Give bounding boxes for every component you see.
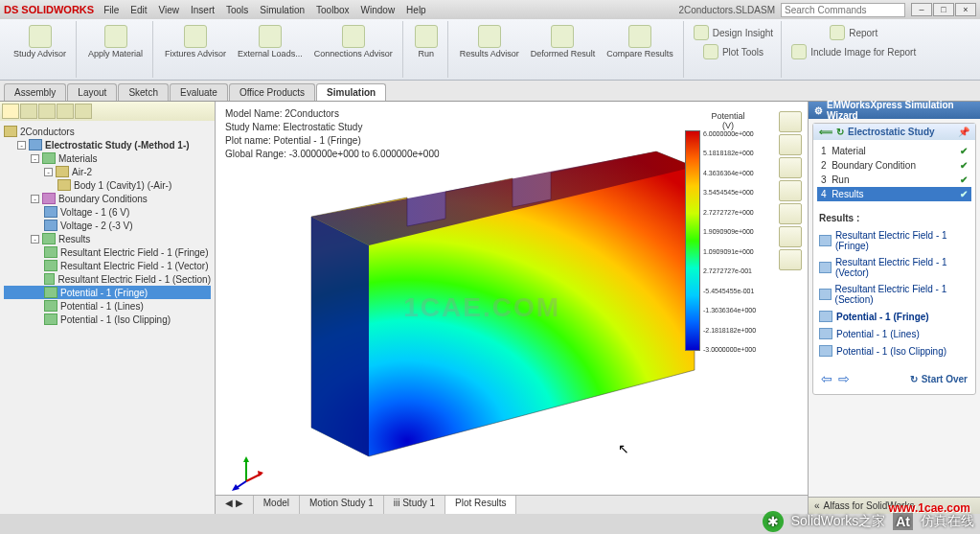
tree-tab-1[interactable] [2,104,19,119]
strip-btn-4[interactable] [779,180,802,201]
include-image-button[interactable]: Include Image for Report [789,42,918,61]
orientation-triad[interactable] [227,453,265,491]
fixtures-advisor-button[interactable]: Fixtures Advisor [161,23,230,61]
refresh-icon: ↻ [910,374,918,384]
strip-btn-6[interactable] [779,226,802,247]
tree-tab-4[interactable] [57,104,74,119]
forward-arrow-icon[interactable]: ↻ [836,127,844,137]
menu-simulation[interactable]: Simulation [260,5,305,15]
compare-results-button[interactable]: Compare Results [603,23,677,61]
view-tab-motion[interactable]: Motion Study 1 [300,496,384,514]
apply-material-button[interactable]: Apply Material [84,23,147,61]
nav-prev-icon[interactable]: ⇦ [821,371,832,386]
pin-icon[interactable]: 📌 [958,127,969,137]
tree-study[interactable]: -Electrostatic Study (-Method 1-) [4,138,211,151]
result-link-efield-section[interactable]: Resultant Electric Field - 1 (Section) [819,281,969,308]
wizard-nav: ⇦ ⇨ ↻Start Over [813,363,975,394]
strip-btn-1[interactable] [779,111,802,132]
external-loads-button[interactable]: External Loads... [234,23,307,61]
tree-r6[interactable]: Potential - 1 (Iso Clipping) [4,313,211,326]
tree-boundary[interactable]: -Boundary Conditions [4,192,211,205]
tab-office-products[interactable]: Office Products [229,83,315,101]
menubar: File Edit View Insert Tools Simulation T… [103,5,426,15]
view-tab-study[interactable]: iii Study 1 [384,496,445,514]
viewport-toolstrip [779,111,804,270]
strip-btn-2[interactable] [779,134,802,155]
menu-view[interactable]: View [158,5,179,15]
view-tab-model[interactable]: Model [254,496,300,514]
tree-tab-2[interactable] [20,104,37,119]
strip-btn-3[interactable] [779,157,802,178]
deformed-result-button[interactable]: Deformed Result [527,23,600,61]
tree-results[interactable]: -Results [4,232,211,245]
tree-root[interactable]: 2Conductors [4,125,211,138]
results-advisor-button[interactable]: Results Advisor [456,23,523,61]
wizard-title: ⚙EMWorksXpress Simulation Wizard [809,102,980,119]
cursor-icon: ↖ [618,441,629,456]
wizard-step-run[interactable]: 3 Run✔ [817,173,971,187]
tree-tab-5[interactable] [75,104,92,119]
command-tabs: Assembly Layout Sketch Evaluate Office P… [0,81,980,102]
wizard-step-results[interactable]: 4 Results✔ [817,187,971,201]
result-link-potential-iso[interactable]: Potential - 1 (Iso Clipping) [819,342,969,360]
menu-edit[interactable]: Edit [130,5,147,15]
feature-tree[interactable]: 2Conductors -Electrostatic Study (-Metho… [0,121,215,514]
nav-next-icon[interactable]: ⇨ [838,371,850,386]
tree-tabs [0,102,215,121]
tab-evaluate[interactable]: Evaluate [170,83,228,101]
tree-voltage2[interactable]: Voltage - 2 (-3 V) [4,219,211,232]
tree-voltage1[interactable]: Voltage - 1 (6 V) [4,205,211,219]
start-over-button[interactable]: ↻Start Over [910,374,968,384]
wizard-step-material[interactable]: 1 Material✔ [817,144,971,158]
strip-btn-5[interactable] [779,203,802,224]
result-link-efield-vector[interactable]: Resultant Electric Field - 1 (Vector) [819,254,969,281]
tree-r4-selected[interactable]: Potential - 1 (Fringe) [4,286,211,299]
connections-advisor-button[interactable]: Connections Advisor [310,23,397,61]
back-arrow-icon[interactable]: ⟸ [819,127,832,137]
menu-insert[interactable]: Insert [191,5,215,15]
app-logo: DS SOLIDWORKS [4,4,94,15]
main-area: 2Conductors -Electrostatic Study (-Metho… [0,102,980,514]
wizard-steps: 1 Material✔ 2 Boundary Condition✔ 3 Run✔… [813,140,975,205]
design-insight-button[interactable]: Design Insight [692,23,775,42]
menu-tools[interactable]: Tools [226,5,248,15]
tab-simulation[interactable]: Simulation [316,83,386,101]
tree-r1[interactable]: Resultant Electric Field - 1 (Fringe) [4,245,211,259]
feature-tree-panel: 2Conductors -Electrostatic Study (-Metho… [0,102,216,514]
result-link-potential-lines[interactable]: Potential - 1 (Lines) [819,325,969,342]
menu-window[interactable]: Window [361,5,396,15]
plot-tools-button[interactable]: Plot Tools [701,42,765,61]
ribbon: Study Advisor Apply Material Fixtures Ad… [0,19,980,81]
wizard-step-boundary[interactable]: 2 Boundary Condition✔ [817,158,971,173]
view-tab-plot-results[interactable]: Plot Results [445,496,516,514]
search-input[interactable] [781,3,905,17]
document-name: 2Conductors.SLDASM [678,5,775,15]
tree-tab-3[interactable] [38,104,56,119]
svg-marker-3 [258,471,263,476]
tree-r5[interactable]: Potential - 1 (Lines) [4,299,211,313]
tree-r3[interactable]: Resultant Electric Field - 1 (Section) [4,272,211,286]
strip-btn-7[interactable] [779,249,802,270]
close-button[interactable]: × [955,3,976,16]
run-button[interactable]: Run [411,23,442,61]
tab-layout[interactable]: Layout [67,83,117,101]
tree-air[interactable]: -Air-2 [4,165,211,178]
tree-materials[interactable]: -Materials [4,151,211,165]
view-tab-nav[interactable]: ◀ ▶ [216,496,254,514]
maximize-button[interactable]: □ [933,3,954,16]
study-advisor-button[interactable]: Study Advisor [10,23,70,61]
menu-help[interactable]: Help [406,5,426,15]
svg-marker-1 [243,456,249,462]
tab-assembly[interactable]: Assembly [4,83,66,101]
report-button[interactable]: Report [828,23,879,42]
minimize-button[interactable]: – [911,3,932,16]
result-link-efield-fringe[interactable]: Resultant Electric Field - 1 (Fringe) [819,227,969,254]
simulation-wizard-panel: ⚙EMWorksXpress Simulation Wizard ⟸ ↻ Ele… [808,102,980,514]
tree-r2[interactable]: Resultant Electric Field - 1 (Vector) [4,259,211,272]
tab-sketch[interactable]: Sketch [118,83,169,101]
graphics-viewport[interactable]: Model Name: 2Conductors Study Name: Elec… [216,102,808,514]
menu-file[interactable]: File [103,5,119,15]
tree-body[interactable]: Body 1 (Cavity1) (-Air-) [4,178,211,192]
menu-toolbox[interactable]: Toolbox [316,5,349,15]
result-link-potential-fringe[interactable]: Potential - 1 (Fringe) [819,308,969,325]
